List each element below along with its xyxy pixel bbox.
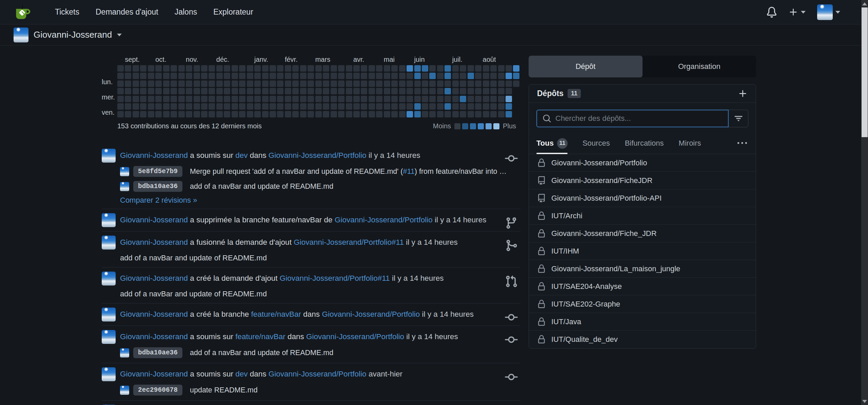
- repo-name[interactable]: IUT/SAE202-Graphe: [551, 300, 620, 309]
- navbar-link-explorateur[interactable]: Explorateur: [205, 0, 261, 24]
- repo-filter-tab-miroirs[interactable]: Miroirs: [679, 133, 701, 154]
- create-new-button[interactable]: [789, 7, 806, 17]
- heatmap-month-label: janv.: [254, 56, 268, 63]
- repo-filter-button[interactable]: [729, 110, 748, 127]
- inline-link[interactable]: #11: [403, 167, 415, 176]
- repo-filter-tab-bifurcations[interactable]: Bifurcations: [625, 133, 664, 154]
- heatmap-cell: [140, 96, 146, 102]
- heatmap-cell: [452, 65, 459, 72]
- heatmap-cell: [292, 103, 299, 110]
- repo-name[interactable]: IUT/Qualite_de_dev: [551, 335, 618, 344]
- new-repository-plus-icon[interactable]: [738, 89, 748, 98]
- heatmap-cell: [323, 88, 329, 94]
- page-scrollbar[interactable]: [861, 0, 868, 405]
- more-filters-kebab-icon[interactable]: [737, 139, 748, 148]
- heatmap-cell: [429, 111, 436, 117]
- repo-name[interactable]: Giovanni-Josserand/FicheJDR: [551, 176, 652, 185]
- repo-list-item[interactable]: IUT/SAE204-Analyse: [529, 278, 756, 295]
- heatmap-cell: [475, 88, 481, 94]
- heatmap-cell: [338, 88, 344, 94]
- inline-link[interactable]: Giovanni-Josserand: [120, 332, 188, 341]
- inline-link[interactable]: Giovanni-Josserand: [120, 151, 188, 160]
- tab-d-p-t[interactable]: Dépôt: [529, 56, 643, 77]
- repo-name[interactable]: Giovanni-Josserand/Portfolio: [551, 159, 647, 167]
- chevron-down-icon[interactable]: [117, 34, 122, 36]
- scrollbar-up-arrow[interactable]: [861, 0, 868, 7]
- inline-link[interactable]: Giovanni-Josserand/Portfolio#11: [280, 274, 390, 282]
- heatmap-cell: [224, 96, 230, 102]
- legend-square: [493, 123, 499, 129]
- user-menu-button[interactable]: [817, 4, 840, 20]
- repo-name[interactable]: IUT/Java: [551, 317, 581, 326]
- heatmap-cell: [315, 80, 322, 87]
- heatmap-cell: [331, 88, 337, 94]
- inline-link[interactable]: Giovanni-Josserand: [120, 310, 188, 318]
- gitea-logo-icon[interactable]: [14, 3, 32, 21]
- repo-list-item[interactable]: IUT/Archi: [529, 207, 756, 225]
- user-name: Giovanni-Josserand: [34, 30, 112, 40]
- heatmap-cell: [125, 111, 131, 117]
- heatmap-cell: [490, 73, 497, 79]
- repo-list-item[interactable]: IUT/Qualite_de_dev: [529, 331, 756, 348]
- heatmap-cell: [513, 80, 519, 87]
- heatmap-cell: [232, 103, 238, 110]
- inline-link[interactable]: Giovanni-Josserand/Portfolio: [322, 310, 420, 318]
- commit-message: update README.md: [190, 386, 258, 394]
- repo-list-item[interactable]: Giovanni-Josserand/FicheJDR: [529, 172, 756, 189]
- commit-hash-badge[interactable]: 5e8fd5e7b9: [133, 166, 182, 177]
- heatmap-cell: [277, 80, 283, 87]
- heatmap-cell: [254, 111, 261, 117]
- inline-link[interactable]: Giovanni-Josserand/Portfolio#11: [294, 238, 404, 246]
- heatmap-cell: [254, 88, 261, 94]
- repo-icon: [537, 176, 546, 185]
- commit-hash-badge[interactable]: bdba10ae36: [133, 181, 182, 192]
- navbar-link-tickets[interactable]: Tickets: [47, 0, 87, 24]
- repo-list-item[interactable]: IUT/SAE202-Graphe: [529, 295, 756, 313]
- repo-list-item[interactable]: IUT/Java: [529, 313, 756, 331]
- repo-filter-tab-tous[interactable]: Tous11: [536, 133, 568, 154]
- commit-hash-badge[interactable]: bdba10ae36: [133, 347, 182, 358]
- repo-list-item[interactable]: Giovanni-Josserand/Portfolio: [529, 154, 756, 172]
- inline-link[interactable]: Giovanni-Josserand: [120, 238, 188, 246]
- inline-link[interactable]: Giovanni-Josserand: [120, 370, 188, 378]
- heatmap-cell: [194, 80, 200, 87]
- inline-link[interactable]: dev: [235, 151, 248, 160]
- scrollbar-down-arrow[interactable]: [861, 398, 868, 405]
- repo-name[interactable]: Giovanni-Josserand/Portfolio-API: [551, 194, 662, 203]
- navbar-link-demandes-d-ajout[interactable]: Demandes d'ajout: [87, 0, 166, 24]
- compare-revisions-link[interactable]: Comparer 2 révisions »: [120, 196, 197, 205]
- inline-link[interactable]: feature/navBar: [235, 332, 285, 341]
- inline-link[interactable]: Giovanni-Josserand/Portfolio: [269, 370, 367, 378]
- repo-list-item[interactable]: Giovanni-Josserand/Fiche_JDR: [529, 225, 756, 242]
- repo-list-item[interactable]: Giovanni-Josserand/La_maison_jungle: [529, 260, 756, 278]
- heatmap-cell: [300, 80, 307, 87]
- inline-link[interactable]: Giovanni-Josserand/Portfolio: [335, 216, 433, 224]
- inline-link[interactable]: Giovanni-Josserand/Portfolio: [306, 332, 404, 341]
- heatmap-cell: [460, 88, 466, 94]
- repo-name[interactable]: Giovanni-Josserand/La_maison_jungle: [551, 264, 680, 273]
- repo-list-item[interactable]: Giovanni-Josserand/Portfolio-API: [529, 189, 756, 207]
- scrollbar-thumb[interactable]: [862, 7, 868, 137]
- navbar-link-jalons[interactable]: Jalons: [166, 0, 205, 24]
- git-commit-icon: [505, 371, 518, 384]
- repo-name[interactable]: IUT/SAE204-Analyse: [551, 282, 622, 291]
- repo-list-item[interactable]: IUT/IHM: [529, 242, 756, 260]
- repo-name[interactable]: IUT/Archi: [551, 211, 583, 220]
- tab-organisation[interactable]: Organisation: [643, 56, 756, 77]
- heatmap-cell: [331, 80, 337, 87]
- inline-link[interactable]: dev: [235, 370, 248, 378]
- filter-icon: [733, 113, 744, 124]
- inline-link[interactable]: feature/navBar: [251, 310, 301, 318]
- inline-link[interactable]: Giovanni-Josserand/Portfolio: [269, 151, 367, 160]
- heatmap-cell: [513, 65, 519, 72]
- inline-link[interactable]: Giovanni-Josserand: [120, 274, 188, 282]
- notifications-bell-icon[interactable]: [766, 7, 777, 18]
- repo-name[interactable]: Giovanni-Josserand/Fiche_JDR: [551, 229, 657, 238]
- repo-name[interactable]: IUT/IHM: [551, 247, 579, 256]
- repo-filter-tab-sources[interactable]: Sources: [583, 133, 610, 154]
- heatmap-cell: [155, 103, 162, 110]
- repo-search-input[interactable]: [555, 114, 723, 123]
- commit-hash-badge[interactable]: 2ec2960678: [133, 385, 182, 395]
- lock-icon: [537, 335, 546, 344]
- inline-link[interactable]: Giovanni-Josserand: [120, 216, 188, 224]
